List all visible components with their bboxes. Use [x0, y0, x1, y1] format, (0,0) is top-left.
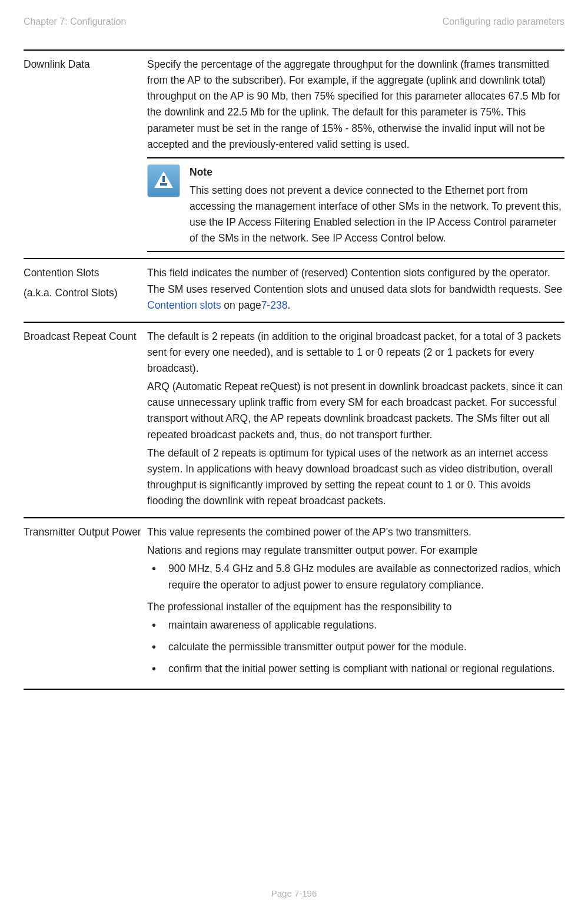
content-transmitter-output-power: This value represents the combined power…	[147, 524, 564, 683]
downlink-description: Specify the percentage of the aggregate …	[147, 57, 564, 153]
broadcast-p2: ARQ (Automatic Repeat reQuest) is not pr…	[147, 379, 564, 443]
content-downlink-data: Specify the percentage of the aggregate …	[147, 57, 564, 252]
transmitter-bullet-1: 900 MHz, 5.4 GHz and 5.8 GHz modules are…	[164, 561, 564, 593]
label-downlink-data: Downlink Data	[24, 57, 147, 252]
row-broadcast-repeat-count: Broadcast Repeat Count The default is 2 …	[24, 323, 564, 518]
label-transmitter-output-power: Transmitter Output Power	[24, 524, 147, 683]
page-footer: Page 7-196	[0, 888, 588, 898]
label-broadcast-repeat-count: Broadcast Repeat Count	[24, 329, 147, 511]
transmitter-bullets-2: maintain awareness of applicable regulat…	[147, 617, 564, 677]
header-left: Chapter 7: Configuration	[24, 16, 126, 27]
content-broadcast-repeat-count: The default is 2 repeats (in addition to…	[147, 329, 564, 511]
transmitter-p1: This value represents the combined power…	[147, 524, 564, 540]
transmitter-p2: Nations and regions may regulate transmi…	[147, 543, 564, 558]
row-contention-slots: Contention Slots (a.k.a. Control Slots) …	[24, 259, 564, 322]
note-body: This setting does not prevent a device c…	[190, 183, 564, 247]
transmitter-bullets-1: 900 MHz, 5.4 GHz and 5.8 GHz modules are…	[147, 561, 564, 593]
broadcast-p3: The default of 2 repeats is optimum for …	[147, 445, 564, 510]
note-box: Note This setting does not prevent a dev…	[147, 157, 564, 253]
transmitter-bullet-4: confirm that the initial power setting i…	[164, 661, 564, 677]
label-contention-line1: Contention Slots	[24, 265, 142, 281]
svg-rect-2	[160, 183, 167, 186]
row-downlink-data: Downlink Data Specify the percentage of …	[24, 51, 564, 259]
note-info-icon	[147, 164, 180, 197]
contention-paragraph: This field indicates the number of (rese…	[147, 265, 564, 313]
note-text: Note This setting does not prevent a dev…	[190, 164, 564, 247]
parameter-table: Downlink Data Specify the percentage of …	[24, 49, 564, 690]
link-contention-slots[interactable]: Contention slots	[147, 299, 221, 311]
page-header: Chapter 7: Configuration Configuring rad…	[24, 16, 564, 27]
svg-rect-1	[162, 176, 165, 182]
link-page-ref[interactable]: 7-238	[261, 299, 288, 311]
row-transmitter-output-power: Transmitter Output Power This value repr…	[24, 518, 564, 690]
contention-text-before: This field indicates the number of (rese…	[147, 267, 562, 295]
content-contention-slots: This field indicates the number of (rese…	[147, 265, 564, 315]
transmitter-p3: The professional installer of the equipm…	[147, 599, 564, 615]
contention-text-mid: on page	[221, 299, 261, 311]
header-right: Configuring radio parameters	[443, 16, 564, 27]
contention-text-after: .	[287, 299, 290, 311]
transmitter-bullet-2: maintain awareness of applicable regulat…	[164, 617, 564, 633]
label-contention-line2: (a.k.a. Control Slots)	[24, 285, 142, 301]
broadcast-p1: The default is 2 repeats (in addition to…	[147, 329, 564, 376]
transmitter-bullet-3: calculate the permissible transmitter ou…	[164, 639, 564, 655]
note-title: Note	[190, 164, 564, 180]
label-contention-slots: Contention Slots (a.k.a. Control Slots)	[24, 265, 147, 315]
